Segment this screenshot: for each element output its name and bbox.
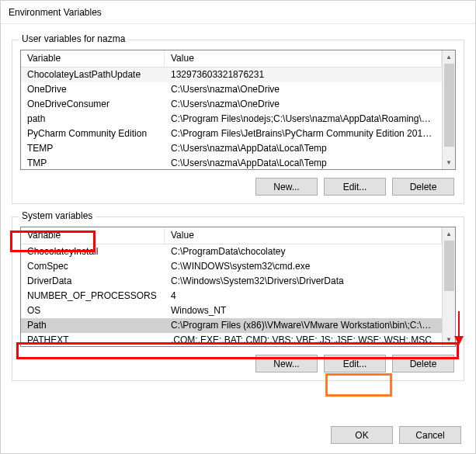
scroll-thumb[interactable] — [444, 64, 454, 147]
cancel-button[interactable]: Cancel — [399, 426, 461, 444]
user-new-button[interactable]: New... — [255, 178, 318, 196]
table-row[interactable]: PATHEXT.COM;.EXE;.BAT;.CMD;.VBS;.VBE;.JS… — [21, 333, 442, 346]
dialog-button-row: OK Cancel — [331, 426, 461, 444]
user-list-header: Variable Value — [21, 50, 442, 68]
cell-variable: OneDriveConsumer — [21, 97, 165, 112]
cell-variable: ChocolateyInstall — [21, 244, 165, 259]
cell-value: C:\WINDOWS\system32\cmd.exe — [165, 259, 442, 274]
system-scrollbar[interactable]: ▲ ▼ — [442, 227, 455, 346]
cell-variable: path — [21, 112, 165, 126]
table-row[interactable]: NUMBER_OF_PROCESSORS4 — [21, 289, 442, 303]
titlebar[interactable]: Environment Variables — [1, 1, 475, 24]
cell-value: C:\Users\nazma\AppData\Local\Temp — [165, 141, 442, 156]
user-scrollbar[interactable]: ▲ ▼ — [442, 50, 455, 169]
cell-variable: OneDrive — [21, 82, 165, 97]
cell-variable: ChocolateyLastPathUpdate — [21, 68, 165, 82]
system-list-header: Variable Value — [21, 227, 442, 244]
cell-value: C:\ProgramData\chocolatey — [165, 244, 442, 259]
user-variables-list[interactable]: Variable Value ChocolateyLastPathUpdate1… — [20, 50, 456, 170]
scroll-up-icon[interactable]: ▲ — [443, 50, 455, 64]
user-header-variable[interactable]: Variable — [21, 50, 165, 67]
cell-variable: ComSpec — [21, 259, 165, 274]
user-variables-group: User variables for nazma Variable Value … — [12, 40, 464, 204]
system-variables-list[interactable]: Variable Value ChocolateyInstallC:\Progr… — [20, 227, 456, 347]
cell-variable: DriverData — [21, 274, 165, 289]
cell-variable: TMP — [21, 156, 165, 169]
system-delete-button[interactable]: Delete — [392, 355, 454, 373]
scroll-down-icon[interactable]: ▼ — [443, 333, 455, 346]
scroll-thumb[interactable] — [444, 241, 454, 291]
user-header-value[interactable]: Value — [165, 50, 442, 67]
cell-value: C:\Program Files\nodejs;C:\Users\nazma\A… — [165, 112, 442, 126]
table-row[interactable]: OneDriveC:\Users\nazma\OneDrive — [21, 82, 442, 97]
cell-variable: NUMBER_OF_PROCESSORS — [21, 289, 165, 303]
ok-button[interactable]: OK — [331, 426, 393, 444]
cell-variable: PyCharm Community Edition — [21, 126, 165, 141]
table-row[interactable]: PyCharm Community EditionC:\Program File… — [21, 126, 442, 141]
scroll-down-icon[interactable]: ▼ — [443, 156, 455, 169]
table-row[interactable]: ComSpecC:\WINDOWS\system32\cmd.exe — [21, 259, 442, 274]
user-delete-button[interactable]: Delete — [392, 178, 454, 196]
cell-value: Windows_NT — [165, 303, 442, 318]
table-row[interactable]: pathC:\Program Files\nodejs;C:\Users\naz… — [21, 112, 442, 126]
cell-value: .COM;.EXE;.BAT;.CMD;.VBS;.VBE;.JS;.JSE;.… — [165, 333, 442, 346]
window-title: Environment Variables — [9, 7, 102, 18]
table-row[interactable]: OSWindows_NT — [21, 303, 442, 318]
cell-value: C:\Program Files\JetBrains\PyCharm Commu… — [165, 126, 442, 141]
table-row[interactable]: TMPC:\Users\nazma\AppData\Local\Temp — [21, 156, 442, 169]
table-row[interactable]: DriverDataC:\Windows\System32\Drivers\Dr… — [21, 274, 442, 289]
cell-variable: TEMP — [21, 141, 165, 156]
cell-variable: Path — [21, 318, 165, 333]
system-edit-button[interactable]: Edit... — [324, 355, 386, 373]
table-row[interactable]: PathC:\Program Files (x86)\VMware\VMware… — [21, 318, 442, 333]
system-variables-label: System variables — [19, 210, 96, 221]
cell-variable: PATHEXT — [21, 333, 165, 346]
dialog-content: User variables for nazma Variable Value … — [1, 24, 475, 426]
user-button-row: New... Edit... Delete — [20, 178, 456, 196]
cell-value: 4 — [165, 289, 442, 303]
system-button-row: New... Edit... Delete — [20, 355, 456, 373]
table-row[interactable]: ChocolateyInstallC:\ProgramData\chocolat… — [21, 244, 442, 259]
system-new-button[interactable]: New... — [255, 355, 318, 373]
cell-value: 132973603321876231 — [165, 68, 442, 82]
system-header-variable[interactable]: Variable — [21, 227, 165, 244]
system-header-value[interactable]: Value — [165, 227, 442, 244]
scroll-up-icon[interactable]: ▲ — [443, 227, 455, 241]
table-row[interactable]: OneDriveConsumerC:\Users\nazma\OneDrive — [21, 97, 442, 112]
cell-value: C:\Users\nazma\AppData\Local\Temp — [165, 156, 442, 169]
cell-value: C:\Program Files (x86)\VMware\VMware Wor… — [165, 318, 442, 333]
user-variables-label: User variables for nazma — [19, 33, 128, 44]
table-row[interactable]: TEMPC:\Users\nazma\AppData\Local\Temp — [21, 141, 442, 156]
user-edit-button[interactable]: Edit... — [324, 178, 386, 196]
table-row[interactable]: ChocolateyLastPathUpdate1329736033218762… — [21, 68, 442, 82]
cell-value: C:\Users\nazma\OneDrive — [165, 97, 442, 112]
cell-variable: OS — [21, 303, 165, 318]
system-variables-group: System variables Variable Value Chocolat… — [12, 217, 464, 381]
cell-value: C:\Windows\System32\Drivers\DriverData — [165, 274, 442, 289]
cell-value: C:\Users\nazma\OneDrive — [165, 82, 442, 97]
